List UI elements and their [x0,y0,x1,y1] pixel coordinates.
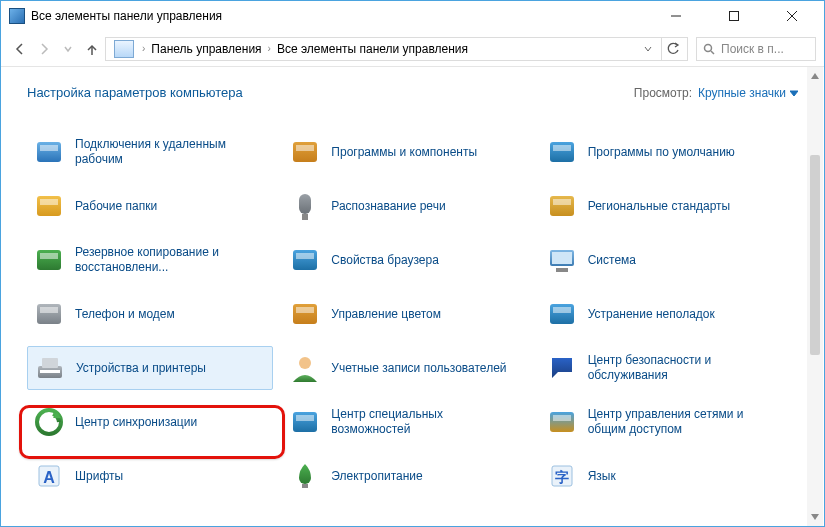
title-bar: Все элементы панели управления [1,1,824,31]
svg-line-6 [711,51,714,54]
crumb-all-items[interactable]: Все элементы панели управления [275,42,470,56]
svg-text:字: 字 [555,469,569,485]
remote-desktop-icon [33,136,65,168]
history-dropdown-icon[interactable] [643,44,653,54]
item-security-maintenance[interactable]: Центр безопасности и обслуживания [540,346,786,390]
refresh-button[interactable] [661,38,683,60]
item-network-sharing[interactable]: Центр управления сетями и общим доступом [540,400,786,444]
page-heading: Настройка параметров компьютера [27,85,634,100]
item-label: Устройства и принтеры [76,361,206,376]
item-label: Программы и компоненты [331,145,477,160]
speech-recognition-icon [289,190,321,222]
sync-center-icon [33,406,65,438]
item-devices-printers[interactable]: Устройства и принтеры [27,346,273,390]
crumb-chevron-icon[interactable]: › [264,43,275,54]
power-options-icon [289,460,321,492]
crumb-control-panel[interactable]: Панель управления [149,42,263,56]
network-sharing-icon [546,406,578,438]
svg-marker-48 [811,73,819,79]
item-speech-recognition[interactable]: Распознавание речи [283,184,529,228]
svg-rect-34 [42,358,58,368]
item-fonts[interactable]: AШрифты [27,454,273,498]
chevron-down-icon [790,89,798,97]
svg-rect-35 [40,370,60,373]
user-accounts-icon [289,352,321,384]
item-troubleshooting[interactable]: Устранение неполадок [540,292,786,336]
item-ease-of-access[interactable]: Центр специальных возможностей [283,400,529,444]
search-placeholder: Поиск в п... [721,42,784,56]
item-label: Телефон и модем [75,307,175,322]
svg-marker-49 [811,514,819,520]
back-button[interactable] [9,38,31,60]
svg-rect-32 [553,307,571,313]
item-label: Подключения к удаленным рабочим [75,137,267,167]
svg-rect-40 [296,415,314,421]
scroll-thumb[interactable] [810,155,820,355]
item-label: Язык [588,469,616,484]
item-label: Центр безопасности и обслуживания [588,353,780,383]
item-label: Шрифты [75,469,123,484]
item-internet-options[interactable]: Свойства браузера [283,238,529,282]
backup-restore-icon [33,244,65,276]
window-controls [656,5,812,27]
item-region[interactable]: Региональные стандарты [540,184,786,228]
item-phone-modem[interactable]: Телефон и модем [27,292,273,336]
item-label: Свойства браузера [331,253,439,268]
item-default-programs[interactable]: Программы по умолчанию [540,130,786,174]
scrollbar[interactable] [807,67,823,526]
svg-rect-23 [296,253,314,259]
location-icon [114,40,134,58]
item-system[interactable]: Система [540,238,786,282]
up-button[interactable] [81,38,103,60]
item-label: Центр управления сетями и общим доступом [588,407,780,437]
color-management-icon [289,298,321,330]
svg-rect-11 [296,145,314,151]
svg-rect-26 [556,268,568,272]
svg-rect-9 [40,145,58,151]
item-power-options[interactable]: Электропитание [283,454,529,498]
address-bar[interactable]: › Панель управления › Все элементы панел… [105,37,688,61]
ease-of-access-icon [289,406,321,438]
scroll-track[interactable] [807,85,823,508]
system-icon [546,244,578,276]
default-programs-icon [546,136,578,168]
fonts-icon: A [33,460,65,492]
item-backup-restore[interactable]: Резервное копирование и восстановлени... [27,238,273,282]
phone-modem-icon [33,298,65,330]
close-button[interactable] [772,5,812,27]
view-value: Крупные значки [698,86,786,100]
item-label: Программы по умолчанию [588,145,735,160]
item-label: Электропитание [331,469,422,484]
item-label: Центр синхронизации [75,415,197,430]
item-remote-desktop[interactable]: Подключения к удаленным рабочим [27,130,273,174]
region-icon [546,190,578,222]
item-work-folders[interactable]: Рабочие папки [27,184,273,228]
minimize-button[interactable] [656,5,696,27]
devices-printers-icon [34,352,66,384]
item-programs-features[interactable]: Программы и компоненты [283,130,529,174]
item-color-management[interactable]: Управление цветом [283,292,529,336]
items-grid: Подключения к удаленным рабочимПрограммы… [27,130,798,498]
svg-rect-13 [553,145,571,151]
forward-button[interactable] [33,38,55,60]
crumb-root-chevron-icon[interactable]: › [138,43,149,54]
view-label: Просмотр: [634,86,692,100]
maximize-button[interactable] [714,5,754,27]
control-panel-icon [9,8,25,24]
recent-dropdown[interactable] [57,38,79,60]
internet-options-icon [289,244,321,276]
svg-rect-16 [299,194,311,214]
svg-point-5 [705,44,712,51]
scroll-up-button[interactable] [807,67,823,85]
item-sync-center[interactable]: Центр синхронизации [27,400,273,444]
content-area: Настройка параметров компьютера Просмотр… [1,67,824,526]
svg-rect-30 [296,307,314,313]
scroll-down-button[interactable] [807,508,823,526]
search-input[interactable]: Поиск в п... [696,37,816,61]
item-user-accounts[interactable]: Учетные записи пользователей [283,346,529,390]
language-icon: 字 [546,460,578,492]
item-language[interactable]: 字Язык [540,454,786,498]
svg-rect-15 [40,199,58,205]
view-dropdown[interactable]: Крупные значки [698,86,798,100]
nav-bar: › Панель управления › Все элементы панел… [1,31,824,67]
